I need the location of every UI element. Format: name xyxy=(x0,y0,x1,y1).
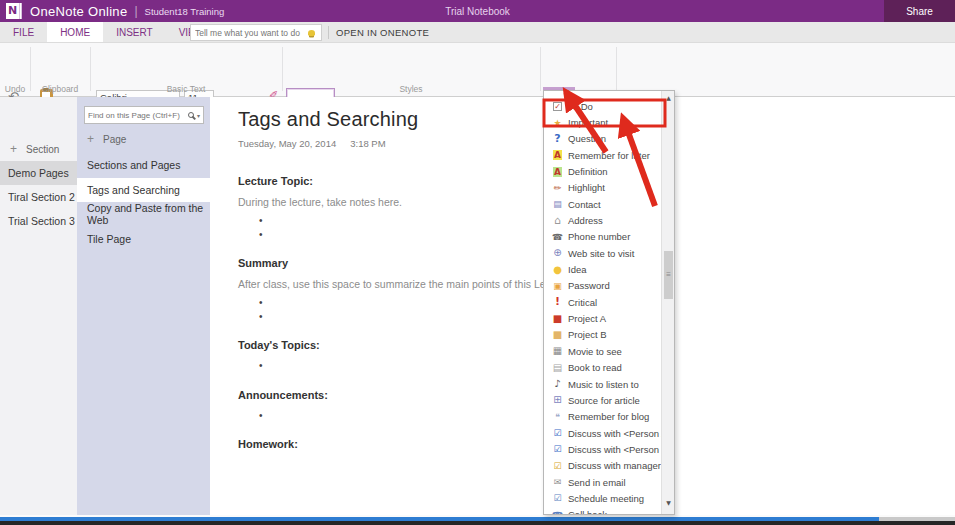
tag-menu-item[interactable]: ?Question xyxy=(544,131,674,147)
tag-menu-item[interactable]: ☎Phone number xyxy=(544,229,674,245)
section-item[interactable]: Trial Section 3 xyxy=(0,209,77,233)
tab-file[interactable]: FILE xyxy=(0,22,47,42)
tag-menu-item-label: Project B xyxy=(568,329,607,340)
find-on-page-search[interactable]: ▾ xyxy=(84,106,204,124)
address-home-icon: ⌂ xyxy=(550,216,565,226)
project-b-icon: ■ xyxy=(550,330,565,340)
tag-menu-item[interactable]: ⊕Web site to visit xyxy=(544,245,674,261)
tag-menu-item-label: Web site to visit xyxy=(568,248,634,259)
movie-icon: ▦ xyxy=(550,346,565,356)
important-star-icon: ★ xyxy=(550,118,565,128)
tag-menu-item[interactable]: ▤Contact xyxy=(544,196,674,212)
source-article-icon: ⊞ xyxy=(550,395,565,405)
tag-menu-item-label: Source for article xyxy=(568,395,640,406)
tag-menu-item-label: Movie to see xyxy=(568,346,622,357)
top-app-bar: N OneNote Online | Student18 Training Tr… xyxy=(0,0,955,22)
tag-menu-item[interactable]: ✓To Do xyxy=(544,98,674,114)
tag-menu-item[interactable]: ▣Password xyxy=(544,278,674,294)
tag-menu-item[interactable]: !Critical xyxy=(544,294,674,310)
tag-menu-item[interactable]: ♪Music to listen to xyxy=(544,376,674,392)
tag-menu-item-label: Send in email xyxy=(568,477,626,488)
section-item[interactable]: Demo Pages xyxy=(0,161,77,185)
tag-menu-item[interactable]: ●Idea xyxy=(544,261,674,277)
tab-insert[interactable]: INSERT xyxy=(103,22,166,42)
group-separator xyxy=(540,47,541,91)
tag-menu-item[interactable]: ☑Discuss with manager xyxy=(544,458,674,474)
tag-menu-item-label: Call back xyxy=(568,509,607,515)
tag-menu-item[interactable]: ☑Schedule meeting xyxy=(544,490,674,506)
tag-menu-item[interactable]: ☑Discuss with <Person A> xyxy=(544,425,674,441)
critical-icon: ! xyxy=(550,297,565,307)
tag-menu-item-label: Address xyxy=(568,215,603,226)
undo-group-label: Undo xyxy=(0,84,30,94)
share-button[interactable]: Share xyxy=(884,0,955,22)
tab-divider xyxy=(328,26,329,39)
tag-menu-item[interactable]: ★Important xyxy=(544,114,674,130)
blog-bubble-icon: ❝ xyxy=(550,412,565,422)
find-on-page-input[interactable] xyxy=(88,111,187,120)
tag-menu-item[interactable]: ARemember for later xyxy=(544,147,674,163)
page-item[interactable]: Copy and Paste from the Web xyxy=(77,202,210,227)
highlight-pen-icon: ✏ xyxy=(550,183,565,193)
search-caret[interactable]: ▾ xyxy=(197,112,200,119)
open-in-onenote-button[interactable]: OPEN IN ONENOTE xyxy=(336,22,429,43)
tag-menu-item[interactable]: ✏Highlight xyxy=(544,180,674,196)
section-item[interactable]: Tiral Section 2 xyxy=(0,185,77,209)
tell-me-input[interactable] xyxy=(195,28,308,38)
tag-menu-item[interactable]: ☎Call back xyxy=(544,507,674,515)
todo-checkbox-icon: ✓ xyxy=(553,102,562,111)
scroll-down-icon[interactable]: ▼ xyxy=(662,496,675,510)
ribbon-tab-bar: FILEHOMEINSERTVIEWPRINT OPEN IN ONENOTE xyxy=(0,22,955,43)
remember-later-icon: A xyxy=(550,150,565,160)
tag-menu-item-label: Password xyxy=(568,280,610,291)
project-a-icon: ■ xyxy=(550,314,565,324)
tag-menu-item-label: Idea xyxy=(568,264,587,275)
group-separator xyxy=(616,47,617,91)
tab-home[interactable]: HOME xyxy=(47,22,103,42)
lightbulb-icon xyxy=(308,30,315,36)
pages-panel: ▾ + Page Sections and PagesTags and Sear… xyxy=(77,97,210,515)
tag-menu-item-label: Question xyxy=(568,133,606,144)
tag-menu-item[interactable]: ■Project B xyxy=(544,327,674,343)
page-time: 3:18 PM xyxy=(350,138,385,149)
idea-bulb-icon: ● xyxy=(550,265,565,275)
tag-menu-item-label: Contact xyxy=(568,199,601,210)
password-lock-icon: ▣ xyxy=(550,281,565,291)
dropdown-scrollbar[interactable]: ▲ ▼ xyxy=(661,91,674,514)
email-icon: ✉ xyxy=(550,477,565,487)
tag-menu-item-label: Definition xyxy=(568,166,608,177)
add-page-button[interactable]: + Page xyxy=(77,127,210,151)
tag-menu-item[interactable]: ❝Remember for blog xyxy=(544,409,674,425)
plus-icon: + xyxy=(10,142,17,156)
tag-menu-item-label: Discuss with <Person B> xyxy=(568,444,674,455)
tag-menu-item[interactable]: ▦Movie to see xyxy=(544,343,674,359)
tag-menu-item[interactable]: ⊞Source for article xyxy=(544,392,674,408)
music-icon: ♪ xyxy=(550,379,565,389)
ribbon: ↶ ↷ Undo Paste ✂ Cut ❏ Copy Clipboard Ca… xyxy=(0,43,955,97)
tag-menu-item-label: Remember for blog xyxy=(568,411,649,422)
page-item[interactable]: Sections and Pages xyxy=(77,153,210,178)
scroll-up-icon[interactable]: ▲ xyxy=(662,91,675,105)
page-item[interactable]: Tile Page xyxy=(77,227,210,252)
tag-menu-item-label: Remember for later xyxy=(568,150,650,161)
tag-menu-item[interactable]: ■Project A xyxy=(544,310,674,326)
tag-menu-item[interactable]: ☑Discuss with <Person B> xyxy=(544,441,674,457)
tag-menu-item[interactable]: ✉Send in email xyxy=(544,474,674,490)
notebook-title: Trial Notebook xyxy=(0,6,955,17)
basic-text-group-label: Basic Text xyxy=(90,84,282,94)
tag-menu-item-label: Discuss with manager xyxy=(568,460,661,471)
discuss-person-icon: ☑ xyxy=(550,444,565,454)
add-section-button[interactable]: + Section xyxy=(0,137,77,161)
bottom-dark-strip xyxy=(0,521,955,525)
tag-menu-item[interactable]: ADefinition xyxy=(544,163,674,179)
tag-menu-item[interactable]: ⌂Address xyxy=(544,212,674,228)
search-icon xyxy=(188,112,194,118)
onenote-online-window: N OneNote Online | Student18 Training Tr… xyxy=(0,0,955,525)
tag-menu-item-label: To Do xyxy=(568,101,593,112)
tag-menu-item[interactable]: ▤Book to read xyxy=(544,360,674,376)
tell-me-search[interactable] xyxy=(190,24,322,41)
tag-dropdown-menu: ✓To Do★Important?QuestionARemember for l… xyxy=(543,90,675,515)
scrollbar-thumb[interactable] xyxy=(664,251,673,299)
page-item[interactable]: Tags and Searching xyxy=(77,178,210,203)
callback-icon: ☎ xyxy=(550,510,565,515)
